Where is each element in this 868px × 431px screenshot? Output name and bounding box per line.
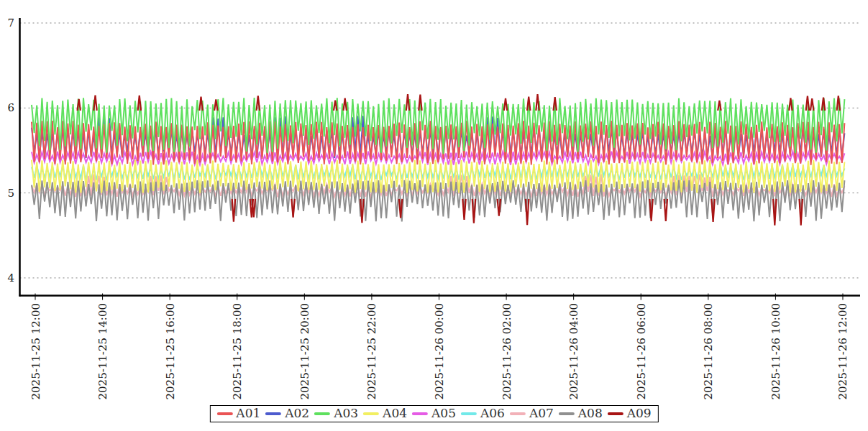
x-tick-label: 2025-11-25 12:00 — [29, 303, 42, 399]
x-tick-label: 2025-11-26 10:00 — [769, 303, 782, 399]
series-a09-spike — [789, 98, 792, 111]
legend-swatch-icon — [216, 412, 232, 415]
legend-label: A04 — [383, 407, 407, 420]
legend-label: A03 — [334, 407, 358, 420]
series-a03 — [32, 98, 844, 154]
legend-label: A02 — [285, 407, 309, 420]
x-tick-label: 2025-11-26 04:00 — [567, 303, 580, 399]
x-tick-label: 2025-11-26 06:00 — [635, 303, 648, 399]
legend-swatch-icon — [559, 412, 575, 415]
line-chart: 76542025-11-25 12:002025-11-25 14:002025… — [0, 0, 868, 431]
legend-item-a01: A01 — [216, 407, 260, 420]
series-a06 — [32, 165, 844, 180]
x-tick-label: 2025-11-25 20:00 — [298, 303, 311, 399]
legend-swatch-icon — [510, 412, 526, 415]
legend: A01A02A03A04A05A06A07A08A09 — [209, 405, 658, 422]
legend-item-a09: A09 — [608, 407, 652, 420]
y-tick-label: 6 — [7, 101, 14, 114]
legend-label: A05 — [431, 407, 456, 420]
legend-item-a08: A08 — [559, 407, 603, 420]
legend-item-a02: A02 — [265, 407, 309, 420]
legend-swatch-icon — [412, 412, 428, 415]
y-tick-label: 5 — [7, 187, 14, 200]
x-tick-label: 2025-11-25 14:00 — [96, 303, 109, 399]
legend-item-a07: A07 — [510, 407, 554, 420]
x-axis-labels: 2025-11-25 12:002025-11-25 14:002025-11-… — [29, 294, 850, 400]
legend-item-a04: A04 — [363, 407, 407, 420]
x-tick-label: 2025-11-25 18:00 — [231, 303, 244, 399]
series-a09-spike — [773, 199, 776, 226]
x-tick-label: 2025-11-25 22:00 — [365, 303, 378, 399]
legend-item-a06: A06 — [461, 407, 505, 420]
chart-canvas: 76542025-11-25 12:002025-11-25 14:002025… — [0, 0, 868, 431]
x-tick-label: 2025-11-25 16:00 — [164, 303, 177, 399]
series-a09-spike — [214, 100, 217, 111]
legend-swatch-icon — [461, 412, 477, 415]
series-a09-spike — [199, 97, 202, 111]
legend-swatch-icon — [608, 412, 623, 415]
legend-label: A07 — [529, 407, 554, 420]
series-a09-spike — [344, 98, 347, 111]
series-a09-spike — [291, 199, 294, 218]
series-a09-spike — [252, 199, 255, 217]
series-a09-spike — [93, 96, 96, 111]
series-lines — [32, 94, 844, 226]
series-a09-spike — [406, 94, 409, 111]
legend-swatch-icon — [363, 412, 379, 415]
series-a09-spike — [810, 98, 813, 111]
series-a09-spike — [504, 98, 507, 111]
legend-item-a05: A05 — [412, 407, 456, 420]
legend-swatch-icon — [314, 412, 330, 415]
legend-label: A01 — [236, 407, 260, 420]
x-tick-label: 2025-11-26 02:00 — [501, 303, 513, 399]
legend-label: A08 — [578, 407, 603, 420]
legend-swatch-icon — [265, 412, 281, 415]
x-tick-label: 2025-11-26 12:00 — [836, 303, 849, 399]
x-tick-label: 2025-11-26 08:00 — [702, 303, 715, 399]
y-tick-label: 7 — [7, 17, 14, 29]
x-tick-label: 2025-11-26 00:00 — [433, 303, 446, 399]
legend-item-a03: A03 — [314, 407, 358, 420]
legend-label: A09 — [627, 407, 652, 420]
y-tick-label: 4 — [7, 272, 14, 284]
series-a09-spike — [232, 199, 235, 222]
legend-label: A06 — [480, 407, 505, 420]
